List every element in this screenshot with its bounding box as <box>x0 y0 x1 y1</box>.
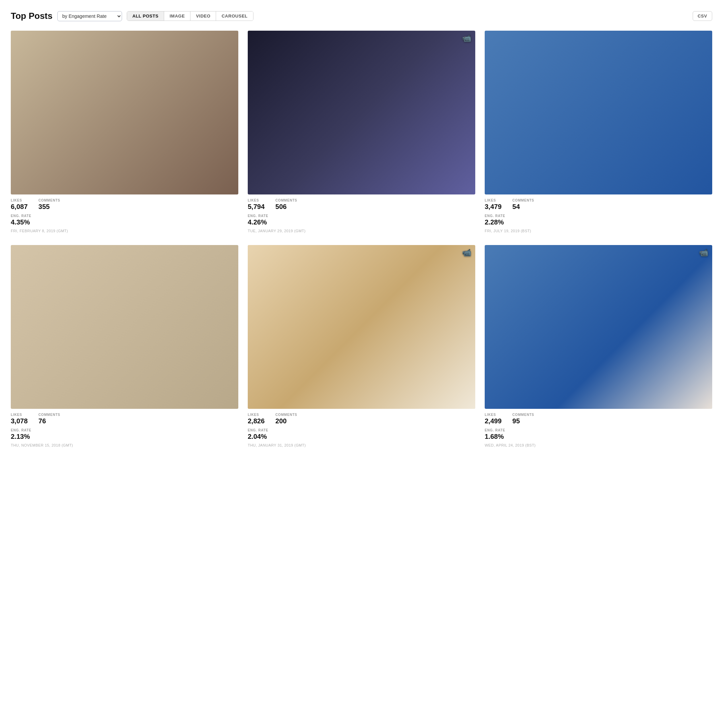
likes-value: 2,499 <box>485 417 501 425</box>
post-image-wrap[interactable]: 📹 <box>248 31 475 194</box>
likes-value: 3,078 <box>11 417 28 425</box>
post-card-2: 📹LIKES5,794COMMENTS506ENG. RATE4.26%TUE,… <box>248 31 475 233</box>
likes-label: LIKES <box>11 199 28 202</box>
post-stats-row: LIKES5,794COMMENTS506 <box>248 199 475 211</box>
eng-block: ENG. RATE4.35% <box>11 214 238 226</box>
likes-block: LIKES2,499 <box>485 413 501 425</box>
video-icon: 📹 <box>462 248 471 257</box>
post-image <box>11 31 238 194</box>
eng-label: ENG. RATE <box>248 428 475 432</box>
post-date: THU, NOVEMBER 15, 2018 (GMT) <box>11 443 238 447</box>
post-stats-row: LIKES3,479COMMENTS54 <box>485 199 712 211</box>
likes-value: 3,479 <box>485 203 501 211</box>
likes-block: LIKES3,078 <box>11 413 28 425</box>
filter-tabs: ALL POSTSIMAGEVIDEOCAROUSEL <box>127 11 254 21</box>
eng-label: ENG. RATE <box>11 214 238 218</box>
tab-carousel[interactable]: CAROUSEL <box>216 11 253 21</box>
likes-label: LIKES <box>248 413 264 417</box>
comments-value: 355 <box>38 203 60 211</box>
comments-block: COMMENTS355 <box>38 199 60 211</box>
post-date: THU, JANUARY 31, 2019 (GMT) <box>248 443 475 447</box>
comments-block: COMMENTS76 <box>38 413 60 425</box>
post-card-3: LIKES3,479COMMENTS54ENG. RATE2.28%FRI, J… <box>485 31 712 233</box>
likes-label: LIKES <box>485 413 501 417</box>
post-image <box>485 31 712 194</box>
likes-value: 6,087 <box>11 203 28 211</box>
comments-value: 95 <box>512 417 534 425</box>
post-card-1: LIKES6,087COMMENTS355ENG. RATE4.35%FRI, … <box>11 31 238 233</box>
comments-value: 200 <box>275 417 297 425</box>
likes-value: 2,826 <box>248 417 264 425</box>
post-date: TUE, JANUARY 29, 2019 (GMT) <box>248 229 475 233</box>
eng-label: ENG. RATE <box>248 214 475 218</box>
post-stats-row: LIKES2,826COMMENTS200 <box>248 413 475 425</box>
eng-value: 2.28% <box>485 219 712 226</box>
post-image <box>248 31 475 194</box>
post-image-wrap[interactable] <box>485 31 712 194</box>
post-card-4: LIKES3,078COMMENTS76ENG. RATE2.13%THU, N… <box>11 245 238 447</box>
likes-block: LIKES3,479 <box>485 199 501 211</box>
comments-value: 76 <box>38 417 60 425</box>
eng-block: ENG. RATE2.28% <box>485 214 712 226</box>
sort-select[interactable]: by Engagement Rate <box>57 11 122 21</box>
page-title: Top Posts <box>11 11 53 21</box>
page-header: Top Posts by Engagement Rate ALL POSTSIM… <box>11 11 712 21</box>
post-date: WED, APRIL 24, 2019 (BST) <box>485 443 712 447</box>
eng-value: 2.13% <box>11 433 238 440</box>
post-image <box>248 245 475 409</box>
comments-block: COMMENTS506 <box>275 199 297 211</box>
comments-label: COMMENTS <box>275 413 297 417</box>
eng-label: ENG. RATE <box>485 214 712 218</box>
likes-value: 5,794 <box>248 203 264 211</box>
post-image-wrap[interactable] <box>11 245 238 409</box>
video-icon: 📹 <box>699 248 708 257</box>
posts-grid: LIKES6,087COMMENTS355ENG. RATE4.35%FRI, … <box>11 31 712 447</box>
post-image-wrap[interactable] <box>11 31 238 194</box>
comments-label: COMMENTS <box>275 199 297 202</box>
post-card-5: 📹LIKES2,826COMMENTS200ENG. RATE2.04%THU,… <box>248 245 475 447</box>
csv-button[interactable]: CSV <box>692 11 712 21</box>
likes-label: LIKES <box>248 199 264 202</box>
post-stats-row: LIKES6,087COMMENTS355 <box>11 199 238 211</box>
post-stats-row: LIKES2,499COMMENTS95 <box>485 413 712 425</box>
header-left: Top Posts by Engagement Rate ALL POSTSIM… <box>11 11 254 21</box>
eng-value: 1.68% <box>485 433 712 440</box>
eng-value: 2.04% <box>248 433 475 440</box>
eng-block: ENG. RATE4.26% <box>248 214 475 226</box>
likes-label: LIKES <box>11 413 28 417</box>
post-date: FRI, FEBRUARY 8, 2019 (GMT) <box>11 229 238 233</box>
likes-block: LIKES2,826 <box>248 413 264 425</box>
eng-block: ENG. RATE1.68% <box>485 428 712 440</box>
eng-value: 4.26% <box>248 219 475 226</box>
comments-value: 506 <box>275 203 297 211</box>
comments-label: COMMENTS <box>512 199 534 202</box>
post-stats-row: LIKES3,078COMMENTS76 <box>11 413 238 425</box>
post-image-wrap[interactable]: 📹 <box>248 245 475 409</box>
video-icon: 📹 <box>462 34 471 43</box>
comments-label: COMMENTS <box>38 199 60 202</box>
eng-block: ENG. RATE2.13% <box>11 428 238 440</box>
comments-value: 54 <box>512 203 534 211</box>
likes-block: LIKES6,087 <box>11 199 28 211</box>
eng-label: ENG. RATE <box>485 428 712 432</box>
tab-all[interactable]: ALL POSTS <box>127 11 164 21</box>
post-card-6: 📹LIKES2,499COMMENTS95ENG. RATE1.68%WED, … <box>485 245 712 447</box>
comments-block: COMMENTS95 <box>512 413 534 425</box>
comments-block: COMMENTS54 <box>512 199 534 211</box>
post-image <box>485 245 712 409</box>
comments-block: COMMENTS200 <box>275 413 297 425</box>
eng-value: 4.35% <box>11 219 238 226</box>
tab-video[interactable]: VIDEO <box>190 11 216 21</box>
likes-label: LIKES <box>485 199 501 202</box>
likes-block: LIKES5,794 <box>248 199 264 211</box>
eng-block: ENG. RATE2.04% <box>248 428 475 440</box>
tab-image[interactable]: IMAGE <box>164 11 190 21</box>
comments-label: COMMENTS <box>38 413 60 417</box>
eng-label: ENG. RATE <box>11 428 238 432</box>
post-image <box>11 245 238 409</box>
post-image-wrap[interactable]: 📹 <box>485 245 712 409</box>
post-date: FRI, JULY 19, 2019 (BST) <box>485 229 712 233</box>
comments-label: COMMENTS <box>512 413 534 417</box>
